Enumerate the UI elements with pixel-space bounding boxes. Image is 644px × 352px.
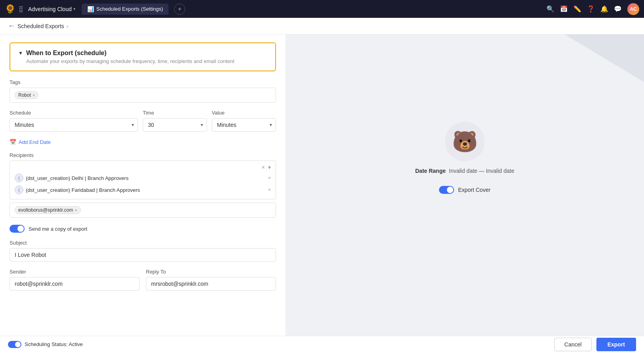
recipient-faridabad: ( (dst_user_creation) Faridabad | Branch… [15,184,271,196]
tag-remove[interactable]: × [33,93,35,98]
email-tag-evoltoborus: evoltoborus@sprinklr.com × [15,206,81,214]
nav-actions: 🔍 📅 ✏️ ❓ 🔔 💬 AC [546,3,639,15]
value-col: Value Minutes Hours [212,110,276,132]
subject-label: Subject [10,240,276,246]
tags-input[interactable]: Robot × [10,88,276,103]
avatar[interactable]: AC [627,3,639,15]
scheduling-status-toggle[interactable] [8,341,21,348]
scheduling-toggle-knob [15,342,21,347]
edit-icon[interactable]: ✏️ [573,5,581,13]
scheduling-status-text: Scheduling Status: Active [25,341,83,347]
recipient-icon-faridabad: ( [15,186,23,194]
add-end-date[interactable]: 📅 Add End Date [10,139,276,145]
export-button[interactable]: Export [596,338,636,351]
sender-col: Sender [10,269,140,291]
add-tab-button[interactable]: + [174,4,185,15]
time-col: Time 30 15 45 60 [143,110,207,132]
send-copy-toggle[interactable] [10,225,25,233]
tag-text: Robot [18,92,31,98]
time-select[interactable]: 30 15 45 60 [143,118,207,132]
replyto-label: Reply To [146,269,276,275]
logo: 🌻 [5,4,15,14]
tab-label: Scheduled Exports (Settings) [96,6,163,12]
export-cover-knob [447,187,453,193]
sender-label: Sender [10,269,140,275]
schedule-select-wrap: Minutes Hourly Daily Weekly Monthly [10,118,138,132]
value-select-wrap: Minutes Hours [212,118,276,132]
action-buttons: Cancel Export [554,338,636,351]
recipient-text-delhi: (dst_user_creation) Delhi | Branch Appro… [26,175,266,181]
recipients-clear[interactable]: × [262,164,265,170]
recipients-label: Recipients [10,152,276,158]
value-select[interactable]: Minutes Hours [212,118,276,132]
when-to-export-section: ▼ When to Export (schedule) Automate you… [10,42,276,71]
breadcrumb-bar: ← Scheduled Exports › [0,18,644,34]
bottom-bar: Scheduling Status: Active Cancel Export [0,336,644,352]
add-end-date-label: Add End Date [19,139,51,145]
export-cover-toggle[interactable] [439,186,454,194]
decorative-triangle [565,34,644,82]
search-icon[interactable]: 🔍 [546,5,554,13]
section-header: ▼ When to Export (schedule) [18,50,267,57]
chat-icon[interactable]: 💬 [614,5,622,13]
tab-icon: 📊 [87,6,94,12]
top-nav: 🌻 ⣿ Advertising Cloud ▾ 📊 Scheduled Expo… [0,0,644,18]
send-copy-row: Send me a copy of export [10,225,276,233]
value-label: Value [212,110,276,116]
cancel-button[interactable]: Cancel [554,338,592,351]
recipient-icon-delhi: ( [15,174,23,182]
bear-image: 🐻 [445,122,485,161]
main-layout: ▼ When to Export (schedule) Automate you… [0,34,644,336]
tags-label: Tags [10,79,276,85]
app-name[interactable]: Advertising Cloud ▾ [28,6,75,12]
section-description: Automate your exports by managing schedu… [26,58,267,64]
breadcrumb-parent[interactable]: Scheduled Exports [17,23,64,29]
date-range-label: Date Range [415,168,446,174]
schedule-select[interactable]: Minutes Hourly Daily Weekly Monthly [10,118,138,132]
toggle-knob [17,226,24,232]
replyto-input[interactable] [146,277,276,291]
app-chevron: ▾ [73,7,75,11]
email-tag-remove[interactable]: × [75,208,77,212]
schedule-col: Schedule Minutes Hourly Daily Weekly Mon… [10,110,138,132]
replyto-col: Reply To [146,269,276,291]
tab-scheduled-exports[interactable]: 📊 Scheduled Exports (Settings) [82,4,169,15]
export-cover-label: Export Cover [458,187,491,193]
app-name-text: Advertising Cloud [28,6,72,12]
recipients-expand[interactable]: ▾ [268,164,271,170]
preview-content: 🐻 Date Range Invalid date — Invalid date… [415,122,514,194]
help-icon[interactable]: ❓ [587,5,595,13]
collapse-arrow[interactable]: ▼ [18,50,23,56]
bell-icon[interactable]: 🔔 [600,5,608,13]
scheduling-status: Scheduling Status: Active [8,341,83,348]
date-range-row: Date Range Invalid date — Invalid date [415,168,514,174]
recipients-box[interactable]: × ▾ ( (dst_user_creation) Delhi | Branch… [10,161,276,199]
recipient-remove-delhi[interactable]: × [268,175,271,181]
time-select-wrap: 30 15 45 60 [143,118,207,132]
email-tags-input[interactable]: evoltoborus@sprinklr.com × [10,203,276,218]
subject-group: Subject [10,240,276,262]
tags-group: Tags Robot × [10,79,276,103]
email-tag-text: evoltoborus@sprinklr.com [18,207,73,213]
breadcrumb-separator: › [67,23,69,29]
time-label: Time [143,110,207,116]
sender-replyto-row: Sender Reply To [10,269,276,291]
subject-input[interactable] [10,248,276,262]
calendar-small-icon: 📅 [10,139,16,145]
section-title: When to Export (schedule) [26,50,107,57]
schedule-row: Schedule Minutes Hourly Daily Weekly Mon… [10,110,276,132]
date-range-value: Invalid date — Invalid date [449,168,514,174]
tag-robot: Robot × [15,91,38,99]
recipients-group: Recipients × ▾ ( (dst_user_creation) Del… [10,152,276,218]
calendar-icon[interactable]: 📅 [560,5,568,13]
back-button[interactable]: ← [8,22,15,30]
recipient-text-faridabad: (dst_user_creation) Faridabad | Branch A… [26,187,266,193]
schedule-label: Schedule [10,110,138,116]
grid-icon[interactable]: ⣿ [19,5,23,13]
export-cover-row: Export Cover [439,186,491,194]
right-panel: 🐻 Date Range Invalid date — Invalid date… [286,34,644,336]
recipient-remove-faridabad[interactable]: × [268,187,271,193]
recipient-delhi: ( (dst_user_creation) Delhi | Branch App… [15,172,271,184]
send-copy-label: Send me a copy of export [29,226,87,232]
sender-input[interactable] [10,277,140,291]
